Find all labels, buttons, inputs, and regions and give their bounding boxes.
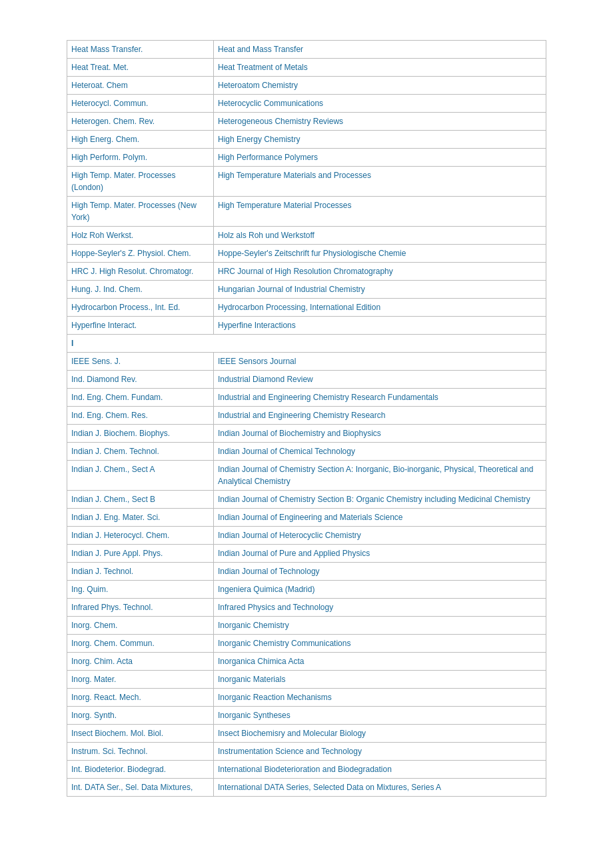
full-name-cell: High Temperature Material Processes [214, 197, 546, 227]
full-name-cell: Heat Treatment of Metals [214, 59, 546, 77]
abbr-cell: Inorg. Chem. [67, 617, 214, 635]
abbr-cell: High Temp. Mater. Processes (New York) [67, 197, 214, 227]
journal-abbreviations-table: Heat Mass Transfer.Heat and Mass Transfe… [67, 40, 546, 797]
full-name-cell: Inorganic Chemistry Communications [214, 635, 546, 653]
table-row: Heat Mass Transfer.Heat and Mass Transfe… [67, 41, 546, 59]
full-name-cell: IEEE Sensors Journal [214, 353, 546, 371]
table-row: Indian J. Technol.Indian Journal of Tech… [67, 563, 546, 581]
table-row: Indian J. Chem., Sect AIndian Journal of… [67, 461, 546, 491]
full-name-cell: Indian Journal of Pure and Applied Physi… [214, 545, 546, 563]
abbr-cell: Indian J. Chem., Sect B [67, 491, 214, 509]
full-name-cell: Industrial Diamond Review [214, 371, 546, 389]
table-row: Hyperfine Interact.Hyperfine Interaction… [67, 317, 546, 335]
table-row: Insect Biochem. Mol. Biol.Insect Biochem… [67, 725, 546, 743]
table-row: Ind. Eng. Chem. Fundam.Industrial and En… [67, 389, 546, 407]
abbr-cell: Heterocycl. Commun. [67, 95, 214, 113]
abbr-cell: IEEE Sens. J. [67, 353, 214, 371]
table-row: I [67, 335, 546, 353]
full-name-cell: Inorganic Materials [214, 671, 546, 689]
table-row: Inorg. Synth.Inorganic Syntheses [67, 707, 546, 725]
table-row: Int. DATA Ser., Sel. Data Mixtures,Inter… [67, 779, 546, 797]
full-name-cell: HRC Journal of High Resolution Chromatog… [214, 263, 546, 281]
table-row: Inorg. React. Mech.Inorganic Reaction Me… [67, 689, 546, 707]
table-row: Hoppe-Seyler's Z. Physiol. Chem.Hoppe-Se… [67, 245, 546, 263]
full-name-cell: Instrumentation Science and Technology [214, 743, 546, 761]
table-row: Inorg. Chem. Commun.Inorganic Chemistry … [67, 635, 546, 653]
abbr-cell: Inorg. Synth. [67, 707, 214, 725]
abbr-cell: Heterogen. Chem. Rev. [67, 113, 214, 131]
full-name-cell: Indian Journal of Chemistry Section B: O… [214, 491, 546, 509]
abbr-cell: Holz Roh Werkst. [67, 227, 214, 245]
full-name-cell: Indian Journal of Chemical Technology [214, 443, 546, 461]
table-row: Indian J. Eng. Mater. Sci.Indian Journal… [67, 509, 546, 527]
full-name-cell: Ingeniera Quimica (Madrid) [214, 581, 546, 599]
abbr-cell: Hung. J. Ind. Chem. [67, 281, 214, 299]
table-row: Ind. Eng. Chem. Res.Industrial and Engin… [67, 407, 546, 425]
full-name-cell: Heteroatom Chemistry [214, 77, 546, 95]
section-header: I [67, 335, 546, 353]
full-name-cell: Indian Journal of Engineering and Materi… [214, 509, 546, 527]
table-row: Indian J. Chem. Technol.Indian Journal o… [67, 443, 546, 461]
abbr-cell: Inorg. Chem. Commun. [67, 635, 214, 653]
abbr-cell: Infrared Phys. Technol. [67, 599, 214, 617]
abbr-cell: HRC J. High Resolut. Chromatogr. [67, 263, 214, 281]
abbr-cell: Heat Mass Transfer. [67, 41, 214, 59]
full-name-cell: Hydrocarbon Processing, International Ed… [214, 299, 546, 317]
abbr-cell: High Energ. Chem. [67, 131, 214, 149]
table-row: Heterogen. Chem. Rev.Heterogeneous Chemi… [67, 113, 546, 131]
table-row: Ing. Quim.Ingeniera Quimica (Madrid) [67, 581, 546, 599]
abbr-cell: Ing. Quim. [67, 581, 214, 599]
full-name-cell: High Performance Polymers [214, 149, 546, 167]
abbr-cell: Inorg. Mater. [67, 671, 214, 689]
full-name-cell: Indian Journal of Technology [214, 563, 546, 581]
table-row: Inorg. Mater.Inorganic Materials [67, 671, 546, 689]
table-row: Indian J. Chem., Sect BIndian Journal of… [67, 491, 546, 509]
table-row: High Energ. Chem.High Energy Chemistry [67, 131, 546, 149]
abbr-cell: Heat Treat. Met. [67, 59, 214, 77]
full-name-cell: Industrial and Engineering Chemistry Res… [214, 389, 546, 407]
table-row: High Perform. Polym.High Performance Pol… [67, 149, 546, 167]
table-row: Heat Treat. Met.Heat Treatment of Metals [67, 59, 546, 77]
abbr-cell: Int. DATA Ser., Sel. Data Mixtures, [67, 779, 214, 797]
full-name-cell: Inorganic Chemistry [214, 617, 546, 635]
abbr-cell: Indian J. Eng. Mater. Sci. [67, 509, 214, 527]
table-row: Indian J. Biochem. Biophys.Indian Journa… [67, 425, 546, 443]
abbr-cell: Indian J. Heterocycl. Chem. [67, 527, 214, 545]
full-name-cell: High Temperature Materials and Processes [214, 167, 546, 197]
abbr-cell: Ind. Eng. Chem. Fundam. [67, 389, 214, 407]
table-row: HRC J. High Resolut. Chromatogr.HRC Jour… [67, 263, 546, 281]
full-name-cell: Industrial and Engineering Chemistry Res… [214, 407, 546, 425]
abbr-cell: Indian J. Chem. Technol. [67, 443, 214, 461]
table-row: Heteroat. ChemHeteroatom Chemistry [67, 77, 546, 95]
full-name-cell: International DATA Series, Selected Data… [214, 779, 546, 797]
full-name-cell: Indian Journal of Chemistry Section A: I… [214, 461, 546, 491]
abbr-cell: Inorg. React. Mech. [67, 689, 214, 707]
full-name-cell: Heterogeneous Chemistry Reviews [214, 113, 546, 131]
table-row: Holz Roh Werkst.Holz als Roh und Werksto… [67, 227, 546, 245]
table-row: Indian J. Heterocycl. Chem.Indian Journa… [67, 527, 546, 545]
abbr-cell: Inorg. Chim. Acta [67, 653, 214, 671]
abbr-cell: High Temp. Mater. Processes (London) [67, 167, 214, 197]
full-name-cell: Hungarian Journal of Industrial Chemistr… [214, 281, 546, 299]
full-name-cell: Inorganic Syntheses [214, 707, 546, 725]
abbr-cell: Indian J. Pure Appl. Phys. [67, 545, 214, 563]
table-row: Inorg. Chim. ActaInorganica Chimica Acta [67, 653, 546, 671]
table-row: Hydrocarbon Process., Int. Ed.Hydrocarbo… [67, 299, 546, 317]
table-row: IEEE Sens. J.IEEE Sensors Journal [67, 353, 546, 371]
abbr-cell: Heteroat. Chem [67, 77, 214, 95]
full-name-cell: Hyperfine Interactions [214, 317, 546, 335]
full-name-cell: Inorganic Reaction Mechanisms [214, 689, 546, 707]
abbr-cell: Indian J. Chem., Sect A [67, 461, 214, 491]
full-name-cell: Insect Biochemisry and Molecular Biology [214, 725, 546, 743]
abbr-cell: Ind. Eng. Chem. Res. [67, 407, 214, 425]
abbr-cell: Hyperfine Interact. [67, 317, 214, 335]
abbr-cell: Hoppe-Seyler's Z. Physiol. Chem. [67, 245, 214, 263]
abbr-cell: Indian J. Biochem. Biophys. [67, 425, 214, 443]
abbr-cell: Ind. Diamond Rev. [67, 371, 214, 389]
full-name-cell: High Energy Chemistry [214, 131, 546, 149]
table-row: Heterocycl. Commun.Heterocyclic Communic… [67, 95, 546, 113]
table-row: Inorg. Chem.Inorganic Chemistry [67, 617, 546, 635]
abbr-cell: High Perform. Polym. [67, 149, 214, 167]
full-name-cell: Indian Journal of Biochemistry and Bioph… [214, 425, 546, 443]
full-name-cell: Holz als Roh und Werkstoff [214, 227, 546, 245]
